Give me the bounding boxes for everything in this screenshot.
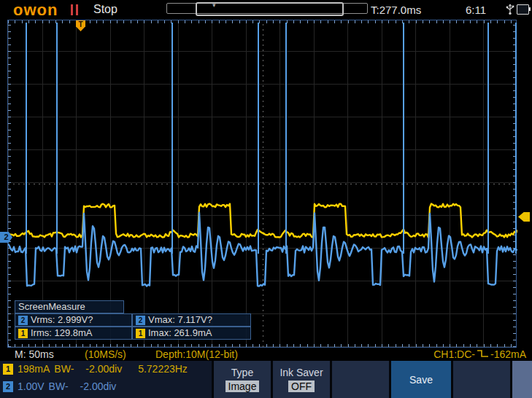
owon-logo: OWON <box>13 1 58 20</box>
measure-vmax: 2 Vmax: 7.117V? <box>132 313 251 327</box>
measure-vmax-value: Vmax: 7.117V? <box>148 314 212 326</box>
menu-type-value: Image <box>225 381 260 392</box>
screen-measure-overlay: ScreenMeasure 2 Vrms: 2.999V? 2 Vmax: 7.… <box>15 300 251 340</box>
measure-irms: 1 Irms: 129.8mA <box>15 327 132 340</box>
menu-ink-saver-button[interactable]: Ink Saver OFF <box>273 361 330 398</box>
menu-ink-saver-value: OFF <box>288 381 315 392</box>
ch1-scale: 198mA <box>18 363 50 375</box>
menu-type-button[interactable]: Type Image <box>214 361 271 398</box>
trigger-source-label: CH1:DC- <box>433 348 475 360</box>
sample-rate-readout: (10MS/s) <box>85 348 126 360</box>
ch1-badge: 1 <box>3 364 13 375</box>
ch1-info-row[interactable]: 1 198mA BW- -2.00div 5.72223Hz <box>3 363 188 375</box>
menu-bar: 1 198mA BW- -2.00div 5.72223Hz 2 1.00V B… <box>0 361 532 398</box>
ch1-bandwidth: BW- <box>54 363 74 375</box>
menu-more-indicator[interactable] <box>512 361 532 398</box>
ch2-badge: 2 <box>18 316 28 325</box>
ch2-badge: 2 <box>3 381 13 392</box>
trace-plot <box>8 20 517 348</box>
measure-vrms-value: Vrms: 2.999V? <box>31 314 93 326</box>
falling-edge-icon <box>477 348 489 360</box>
waveform-display <box>7 20 517 348</box>
run-state-label: Stop <box>93 3 117 16</box>
hpos-window <box>196 2 344 16</box>
top-bar: OWON Stop ▾ T:277.0ms 6:11 <box>0 0 532 20</box>
timebase-readout: M: 50ms <box>15 348 54 360</box>
menu-save-label: Save <box>409 374 433 386</box>
memory-depth-readout: Depth:10M(12-bit) <box>155 348 238 360</box>
menu-type-label: Type <box>231 367 253 378</box>
status-bar: M: 50ms (10MS/s) Depth:10M(12-bit) CH1:D… <box>0 348 532 361</box>
trigger-level-label: -162mA <box>490 348 526 360</box>
measure-irms-value: Irms: 129.8mA <box>31 327 93 339</box>
ch2-scale: 1.00V <box>18 381 45 392</box>
measure-imax: 1 Imax: 261.9mA <box>132 327 251 340</box>
oscilloscope-screen: OWON Stop ▾ T:277.0ms 6:11 <box>0 0 532 398</box>
usb-icon <box>506 3 514 18</box>
menu-empty-cell <box>453 361 510 398</box>
measure-imax-value: Imax: 261.9mA <box>148 327 212 339</box>
ch2-badge: 2 <box>136 316 145 325</box>
trigger-level-arrow-icon[interactable] <box>518 212 530 222</box>
measure-title: ScreenMeasure <box>15 300 124 313</box>
ch2-info-row[interactable]: 2 1.00V BW- -2.00div <box>3 381 116 392</box>
trigger-info-readout: CH1:DC- -162mA <box>433 348 526 360</box>
clock-readout: 6:11 <box>466 4 486 16</box>
ch1-offset: -2.00div <box>85 363 122 375</box>
ch2-offset: -2.00div <box>80 381 117 392</box>
battery-icon <box>517 4 529 15</box>
menu-empty-cell <box>332 361 389 398</box>
horizontal-position-bar[interactable]: ▾ <box>166 3 368 14</box>
hpos-pointer-icon: ▾ <box>212 1 216 9</box>
menu-save-button[interactable]: Save <box>391 361 451 398</box>
ch1-frequency: 5.72223Hz <box>138 363 188 375</box>
menu-ink-saver-label: Ink Saver <box>280 367 323 378</box>
pause-icon <box>71 4 81 15</box>
ch2-bandwidth: BW- <box>49 381 69 392</box>
measure-vrms: 2 Vrms: 2.999V? <box>15 313 132 327</box>
trigger-time-readout: T:277.0ms <box>371 4 421 16</box>
ch1-badge: 1 <box>136 329 145 338</box>
channel-info-panel: 1 198mA BW- -2.00div 5.72223Hz 2 1.00V B… <box>0 361 212 398</box>
ch1-badge: 1 <box>18 329 28 338</box>
